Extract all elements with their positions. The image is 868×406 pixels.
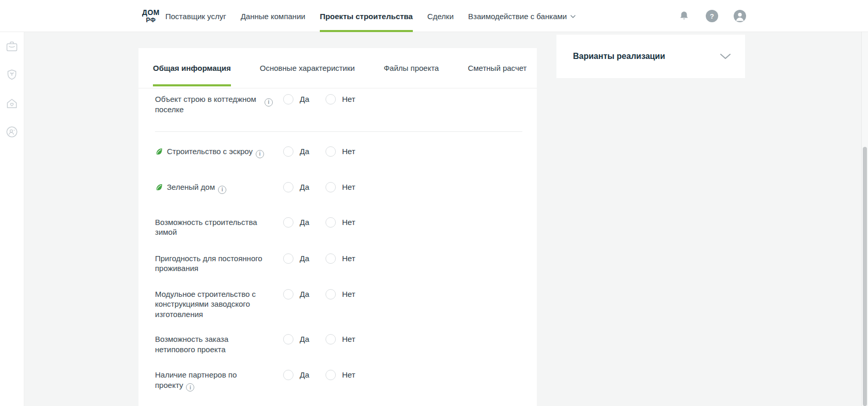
radio-circle[interactable] <box>283 253 293 264</box>
radio-no[interactable]: Нет <box>326 146 521 157</box>
notification-bell-icon[interactable] <box>677 9 691 23</box>
question-row: Зеленый домi i Да Нет <box>155 182 521 194</box>
radio-yes[interactable]: Да <box>283 182 326 192</box>
briefcase-icon[interactable] <box>5 39 19 54</box>
question-row: Пригодность для постоянного проживанияi … <box>155 253 521 274</box>
nav-item-construction-projects[interactable]: Проекты строительства <box>320 0 413 32</box>
radio-circle[interactable] <box>326 289 336 299</box>
main-nav: Поставщик услуг Данные компании Проекты … <box>165 0 576 32</box>
radio-yes[interactable]: Да <box>283 94 326 104</box>
scrollbar-thumb[interactable] <box>863 147 867 406</box>
radio-yes-label: Да <box>300 370 309 380</box>
logo-text-top: ДОМ <box>142 9 160 16</box>
nav-item-bank-interaction[interactable]: Взаимодействие с банками <box>468 0 576 32</box>
radio-circle[interactable] <box>283 217 293 228</box>
svg-text:?: ? <box>710 12 714 20</box>
radio-no[interactable]: Нет <box>326 334 521 344</box>
tab-label: Основные характеристики <box>260 64 355 72</box>
radio-no[interactable]: Нет <box>326 370 521 380</box>
radio-yes[interactable]: Да <box>283 334 326 344</box>
radio-yes-label: Да <box>300 94 309 104</box>
question-row: Модульное строительство с конструкциями … <box>155 289 521 320</box>
domrf-logo[interactable]: ДОМ РФ <box>141 6 161 26</box>
nav-item-company-data[interactable]: Данные компании <box>241 0 305 32</box>
tab-project-files[interactable]: Файлы проекта <box>369 48 454 88</box>
info-icon[interactable]: i <box>218 186 226 194</box>
nav-label: Поставщик услуг <box>165 12 226 21</box>
nav-label: Сделки <box>427 12 454 21</box>
help-icon[interactable]: ? <box>705 9 719 23</box>
radio-no-label: Нет <box>342 182 355 192</box>
tab-estimate[interactable]: Сметный расчет <box>453 48 537 88</box>
logo-text-bottom: РФ <box>146 17 156 23</box>
support-person-icon[interactable] <box>5 125 19 139</box>
questions-form: Объект строю в коттеджном поселкеi i Да … <box>138 88 537 406</box>
left-icon-rail <box>0 32 24 406</box>
vertical-scrollbar[interactable] <box>861 0 868 406</box>
radio-circle[interactable] <box>283 146 293 157</box>
radio-no[interactable]: Нет <box>326 182 521 192</box>
tab-label: Общая информация <box>153 64 231 72</box>
radio-yes-label: Да <box>300 334 309 344</box>
radio-yes[interactable]: Да <box>283 370 326 380</box>
radio-yes[interactable]: Да <box>283 289 326 299</box>
top-bar: ДОМ РФ Поставщик услуг Данные компании П… <box>0 0 868 32</box>
radio-circle[interactable] <box>326 94 336 104</box>
tab-general-info[interactable]: Общая информация <box>138 48 245 88</box>
eco-leaf-icon <box>155 183 163 191</box>
radio-yes[interactable]: Да <box>283 146 326 157</box>
question-label: Зеленый дом <box>167 183 215 191</box>
radio-yes-label: Да <box>300 146 309 157</box>
question-row: Возможность заказа нетипового проектаi i… <box>155 334 521 354</box>
info-icon[interactable]: i <box>265 98 273 107</box>
radio-circle[interactable] <box>283 289 293 299</box>
radio-no[interactable]: Нет <box>326 253 521 264</box>
eco-leaf-icon <box>155 147 163 156</box>
radio-circle[interactable] <box>326 334 336 344</box>
radio-circle[interactable] <box>283 94 293 104</box>
radio-no[interactable]: Нет <box>326 289 521 299</box>
nav-item-deals[interactable]: Сделки <box>427 0 454 32</box>
radio-circle[interactable] <box>326 146 336 157</box>
info-icon[interactable]: i <box>256 150 264 158</box>
chevron-down-icon <box>570 15 576 18</box>
radio-circle[interactable] <box>283 182 293 192</box>
house-heart-icon[interactable] <box>5 96 19 111</box>
implementation-options-panel[interactable]: Варианты реализации <box>556 35 745 78</box>
nav-label: Данные компании <box>241 12 305 21</box>
tab-main-characteristics[interactable]: Основные характеристики <box>245 48 369 88</box>
radio-no[interactable]: Нет <box>326 94 521 104</box>
project-form-card: Общая информация Основные характеристики… <box>138 48 537 406</box>
chevron-down-icon[interactable] <box>719 53 732 60</box>
radio-no-label: Нет <box>342 217 355 228</box>
question-label: Модульное строительство с конструкциями … <box>155 290 256 319</box>
row-divider <box>155 131 522 132</box>
question-row: Объект строю в коттеджном поселкеi i Да … <box>155 94 521 114</box>
radio-yes[interactable]: Да <box>283 217 326 228</box>
user-avatar-icon[interactable] <box>733 9 747 23</box>
panel-title: Варианты реализации <box>573 52 665 61</box>
radio-no-label: Нет <box>342 146 355 157</box>
shield-icon[interactable] <box>5 68 19 82</box>
question-label: Наличие партнеров по проекту <box>155 370 237 389</box>
radio-circle[interactable] <box>326 370 336 380</box>
nav-item-supplier[interactable]: Поставщик услуг <box>165 0 226 32</box>
radio-yes-label: Да <box>300 253 309 264</box>
project-tabs: Общая информация Основные характеристики… <box>138 48 537 88</box>
radio-circle[interactable] <box>326 182 336 192</box>
question-row: Строительство с эскроуi i Да Нет <box>155 146 521 158</box>
question-label: Строительство с эскроу <box>167 147 253 156</box>
question-label: Возможность строительства зимой <box>155 218 257 237</box>
radio-no-label: Нет <box>342 334 355 344</box>
radio-circle[interactable] <box>283 334 293 344</box>
tab-label: Файлы проекта <box>384 64 439 72</box>
radio-circle[interactable] <box>283 370 293 380</box>
radio-no[interactable]: Нет <box>326 217 521 228</box>
info-icon[interactable]: i <box>186 383 194 392</box>
radio-circle[interactable] <box>326 253 336 264</box>
radio-no-label: Нет <box>342 253 355 264</box>
question-label: Объект строю в коттеджном поселке <box>155 95 256 114</box>
radio-no-label: Нет <box>342 289 355 299</box>
radio-yes[interactable]: Да <box>283 253 326 264</box>
radio-circle[interactable] <box>326 217 336 228</box>
